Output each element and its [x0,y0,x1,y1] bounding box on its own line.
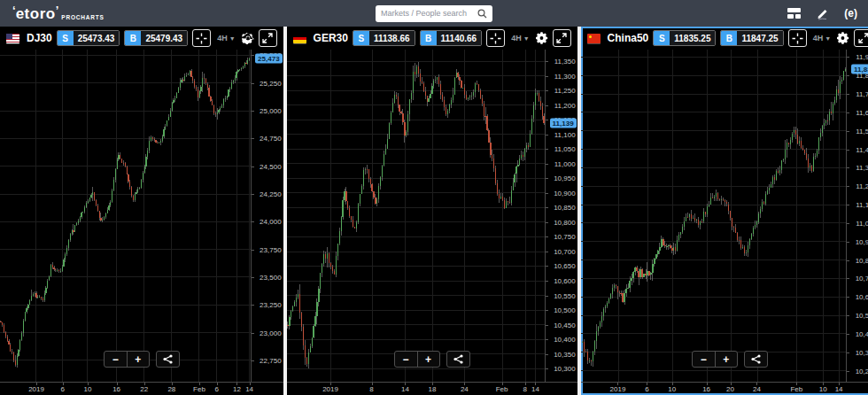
chevron-down-icon: ▼ [229,35,236,42]
layout-grid-icon[interactable] [787,8,801,19]
app-bar: ‘etoro’ PROCHARTS (e) [0,0,868,27]
price-tick-label: 11,000 [856,219,868,227]
price-tick-mark [847,315,849,316]
crosshair-button[interactable] [486,29,505,47]
candlestick-plot[interactable] [581,50,846,382]
chart-area[interactable]: 11,35011,30011,25011,20011,15011,10011,0… [287,50,577,395]
etoro-logo[interactable]: ‘etoro’ PROCHARTS [12,6,105,21]
time-tick-label: 8 [523,385,527,393]
price-tick-mark [847,297,849,298]
time-tick-label: Feb [193,385,205,393]
expand-fullscreen-button[interactable] [259,29,277,47]
price-tick-label: 10,600 [554,277,575,285]
price-tick-mark [546,354,548,355]
chart-area[interactable]: 11,90011,80011,70011,60011,50011,40011,3… [581,50,868,395]
price-tick-label: 11,000 [554,159,576,167]
price-tick-label: 10,400 [856,329,868,337]
timeframe-dropdown[interactable]: 4H ▼ [215,34,236,43]
search-input[interactable] [381,9,477,18]
buy-price: 25479.43 [141,31,187,45]
buy-quote-button[interactable]: B 11847.25 [720,30,783,46]
price-tick-label: 10,950 [554,174,575,182]
logo-text: etoro [16,6,56,21]
candlestick-plot[interactable] [287,50,545,382]
chart-zoom-controls: − + [692,351,768,368]
settings-gear-button[interactable] [837,32,849,44]
buy-price: 11140.66 [437,31,482,45]
price-tick-mark [252,360,254,361]
price-tick-label: 24,250 [260,190,281,198]
price-axis[interactable]: 11,90011,80011,70011,60011,50011,40011,3… [846,50,868,382]
sell-quote-button[interactable]: S 11138.66 [353,30,415,46]
price-axis[interactable]: 11,35011,30011,25011,20011,15011,10011,0… [545,50,577,382]
crosshair-icon [490,33,501,44]
time-tick-label: 8 [369,385,373,393]
price-tick-label: 10,800 [554,218,575,226]
timeframe-value: 4H [217,34,228,43]
zoom-out-button[interactable]: − [105,352,127,367]
search-icon [477,9,487,19]
buy-quote-button[interactable]: B 25479.43 [124,30,188,46]
instrument-name[interactable]: China50 [608,32,649,44]
crosshair-button[interactable] [788,29,807,47]
price-tick-mark [546,222,548,223]
timeframe-dropdown[interactable]: 4H ▼ [811,34,833,43]
time-axis[interactable]: 2019610162228Feb61214 [0,382,283,395]
sell-quote-button[interactable]: S 11835.25 [653,30,716,46]
price-tick-mark [546,296,548,297]
current-price-tag: 25,473 [255,53,282,63]
price-tick-mark [546,339,548,340]
chart-area[interactable]: 25,50025,25025,00024,75024,50024,25024,0… [0,50,283,395]
time-axis[interactable]: 20198141824Feb814 [287,382,577,395]
zoom-in-button[interactable]: + [715,352,737,367]
price-tick-label: 10,200 [856,367,868,375]
time-tick-label: 20 [726,385,734,393]
instrument-name[interactable]: DJ30 [27,32,52,44]
time-tick-label: 10 [84,385,92,393]
share-button[interactable] [156,351,180,368]
sell-label: S [58,31,74,45]
time-tick-label: 6 [61,385,65,393]
expand-fullscreen-button[interactable] [854,29,868,47]
price-tick-label: 24,750 [260,135,281,143]
chart-zoom-controls: − + [394,351,470,368]
zoom-in-button[interactable]: + [127,352,149,367]
price-tick-label: 11,300 [856,164,868,172]
zoom-in-button[interactable]: + [417,352,439,367]
candlestick-svg [0,50,251,382]
settings-gear-button[interactable] [242,32,254,44]
price-tick-label: 10,550 [554,291,575,299]
instrument-name[interactable]: GER30 [314,32,348,44]
share-button[interactable] [446,351,470,368]
candlestick-plot[interactable] [0,50,251,382]
share-button[interactable] [744,351,768,368]
crosshair-button[interactable] [192,29,211,47]
price-axis[interactable]: 25,50025,25025,00024,75024,50024,25024,0… [251,50,283,382]
price-tick-label: 11,700 [856,90,868,98]
draw-pencil-icon[interactable] [816,7,829,20]
sell-price: 25473.43 [74,31,120,45]
buy-quote-button[interactable]: B 11140.66 [420,30,483,46]
price-tick-mark [546,178,548,179]
candlestick-svg [287,50,545,382]
etoro-e-icon[interactable]: (e) [844,7,857,19]
price-tick-mark [847,334,849,335]
sell-quote-button[interactable]: S 25473.43 [57,30,120,46]
price-tick-label: 22,750 [260,357,281,365]
search-box[interactable] [376,5,492,22]
expand-fullscreen-button[interactable] [553,29,571,47]
gear-icon [536,32,548,44]
price-tick-mark [252,305,254,306]
timeframe-value: 4H [511,34,522,43]
time-tick-label: 14 [401,385,409,393]
time-tick-label: 6 [645,385,648,393]
time-axis[interactable]: 2019610162024Feb1014 [581,382,868,395]
buy-price: 11847.25 [737,31,782,45]
settings-gear-button[interactable] [536,32,548,44]
price-tick-mark [847,131,849,132]
zoom-out-button[interactable]: − [395,352,417,367]
zoom-out-button[interactable]: − [693,352,715,367]
timeframe-dropdown[interactable]: 4H ▼ [509,34,531,43]
price-tick-mark [847,94,849,95]
price-tick-label: 11,900 [856,53,868,61]
